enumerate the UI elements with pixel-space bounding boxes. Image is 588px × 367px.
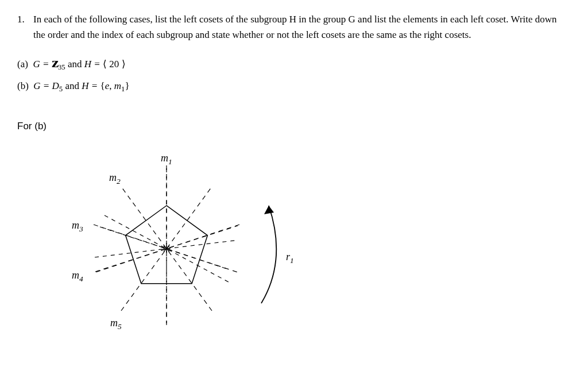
r1-sub: 1 [290, 256, 294, 265]
m1-sub: 1 [168, 157, 172, 166]
part-b-label: (b) [17, 80, 29, 91]
m3-letter: m [72, 219, 79, 231]
z-symbol: Z [52, 56, 58, 72]
m2-letter: m [109, 172, 117, 183]
m2-sub: 2 [117, 177, 121, 186]
part-b: (b) G = D5 and H = {e, m1} [17, 78, 571, 95]
problem-statement: 1. In each of the following cases, list … [17, 11, 571, 43]
problem-number: 1. [17, 11, 33, 27]
part-a-label: (a) [17, 59, 28, 69]
brace-open: { [100, 80, 105, 91]
for-b-heading: For (b) [17, 118, 571, 134]
part-a-content: G = Z35 and H = ⟨ 20 ⟩ [30, 59, 125, 69]
h-value-a: ⟨ 20 ⟩ [103, 59, 126, 69]
h-equals-b: H = [82, 80, 100, 91]
m4-letter: m [72, 269, 79, 281]
label-m5: m5 [110, 315, 122, 333]
d-symbol: D [52, 80, 59, 91]
label-m1: m1 [161, 150, 172, 168]
pentagon-svg [40, 140, 327, 346]
m5-sub: 5 [118, 322, 122, 331]
label-m4: m4 [72, 267, 83, 285]
problem-text: In each of the following cases, list the… [33, 11, 571, 43]
label-m2: m2 [109, 169, 121, 187]
element-m: m [114, 80, 121, 91]
and-text-b: and [63, 80, 82, 91]
part-a: (a) G = Z35 and H = ⟨ 20 ⟩ [17, 56, 571, 74]
h-equals-a: H = [84, 59, 103, 69]
z-subscript: 35 [58, 64, 65, 72]
comma: , [109, 80, 114, 91]
label-r1: r1 [286, 249, 294, 266]
part-b-content: G = D5 and H = {e, m1} [31, 80, 130, 91]
g-equals: G = [33, 59, 51, 69]
pentagon-diagram: m1 m2 m3 m4 m5 r1 [40, 140, 327, 346]
m1-letter: m [161, 152, 168, 164]
m3-sub: 3 [79, 225, 83, 233]
m4-sub: 4 [79, 275, 83, 283]
r1-letter: r [286, 251, 290, 262]
rotation-arrow-path [261, 206, 276, 303]
brace-close: } [125, 80, 129, 91]
g-equals-b: G = [33, 80, 52, 91]
rotation-arrowhead [264, 206, 274, 214]
label-m3: m3 [72, 217, 83, 235]
m5-letter: m [110, 317, 118, 329]
and-text-a: and [65, 59, 84, 69]
